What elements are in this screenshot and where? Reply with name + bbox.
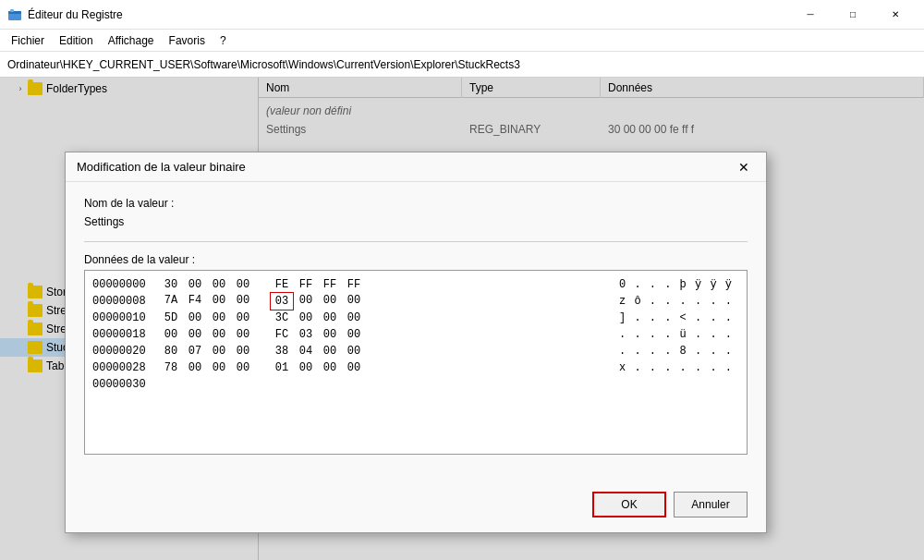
hex-byte[interactable]: 00 [207, 343, 231, 359]
hex-byte[interactable]: 00 [159, 326, 183, 343]
hex-byte[interactable]: 00 [294, 310, 318, 326]
hex-row: 000000087AF40000 03000000 z ô . . . . . … [92, 293, 739, 310]
hex-byte[interactable]: 00 [231, 276, 255, 293]
window-title: Éditeur du Registre [28, 8, 789, 21]
hex-byte[interactable]: FF [342, 276, 366, 293]
hex-byte[interactable]: 00 [318, 343, 342, 359]
hex-byte[interactable]: 00 [342, 359, 366, 376]
hex-byte[interactable]: 00 [183, 326, 207, 343]
menu-edition[interactable]: Edition [52, 30, 101, 51]
hex-address: 00000030 [92, 376, 159, 393]
hex-address: 00000028 [92, 359, 159, 376]
title-bar: Éditeur du Registre ─ □ ✕ [0, 0, 924, 30]
hex-byte[interactable]: 00 [183, 310, 207, 326]
hex-byte[interactable]: 30 [159, 276, 183, 293]
hex-row: 0000001800000000 FC030000 . . . . ü . . … [92, 326, 739, 343]
hex-byte[interactable]: 00 [231, 292, 255, 310]
cancel-button[interactable]: Annuler [674, 492, 748, 517]
hex-byte[interactable]: 07 [183, 343, 207, 359]
close-button[interactable]: ✕ [874, 0, 917, 30]
address-bar: Ordinateur\HKEY_CURRENT_USER\Software\Mi… [0, 52, 924, 78]
ok-button[interactable]: OK [592, 492, 666, 517]
hex-address: 00000020 [92, 343, 159, 359]
hex-byte[interactable]: 03 [270, 292, 294, 310]
hex-byte[interactable]: 00 [342, 326, 366, 343]
svg-rect-2 [10, 9, 14, 12]
hex-separator [255, 326, 270, 343]
hex-byte[interactable]: FF [294, 276, 318, 293]
hex-bytes: 80070000 38040000 [159, 343, 619, 359]
hex-byte[interactable]: 78 [159, 359, 183, 376]
hex-byte[interactable]: 00 [231, 359, 255, 376]
dialog-footer: OK Annuler [66, 484, 766, 532]
hex-byte[interactable]: 00 [231, 343, 255, 359]
hex-bytes: 78000000 01000000 [159, 359, 619, 376]
hex-byte[interactable]: 3C [270, 310, 294, 326]
hex-byte[interactable]: 00 [318, 310, 342, 326]
hex-ascii: 0 . . . þ ÿ ÿ ÿ [619, 276, 739, 293]
hex-byte[interactable]: F4 [183, 292, 207, 310]
main-content: › FolderTypes StorageProvider StreamMRU … [0, 78, 924, 560]
menu-favoris[interactable]: Favoris [162, 30, 213, 51]
hex-byte[interactable]: 03 [294, 326, 318, 343]
hex-separator [255, 310, 270, 326]
hex-byte[interactable]: 01 [270, 359, 294, 376]
dialog-title: Modification de la valeur binaire [77, 160, 733, 174]
hex-ascii: x . . . . . . . [619, 359, 739, 376]
hex-separator [255, 276, 270, 293]
menu-bar: Fichier Edition Affichage Favoris ? [0, 30, 924, 52]
hex-byte[interactable]: 00 [183, 359, 207, 376]
hex-byte[interactable]: 00 [207, 276, 231, 293]
hex-row: 0000002878000000 01000000 x . . . . . . … [92, 359, 739, 376]
data-section-label: Données de la valeur : [84, 253, 748, 266]
hex-separator [255, 343, 270, 359]
hex-separator [255, 359, 270, 376]
hex-byte[interactable]: FE [270, 276, 294, 293]
hex-bytes: 5D000000 3C000000 [159, 310, 619, 326]
hex-byte[interactable]: 00 [294, 292, 318, 310]
hex-byte[interactable]: 00 [294, 359, 318, 376]
hex-byte[interactable]: 00 [207, 359, 231, 376]
hex-byte[interactable]: 00 [231, 326, 255, 343]
hex-byte[interactable]: 80 [159, 343, 183, 359]
minimize-button[interactable]: ─ [789, 0, 832, 30]
hex-bytes: 7AF40000 03000000 [159, 292, 619, 310]
hex-byte[interactable]: 7A [159, 292, 183, 310]
dialog-title-bar: Modification de la valeur binaire ✕ [66, 152, 766, 182]
dialog-body: Nom de la valeur : Settings Données de l… [66, 182, 766, 484]
hex-byte[interactable]: 00 [183, 276, 207, 293]
hex-editor[interactable]: 0000000030000000 FEFFFFFF 0 . . . þ ÿ ÿ … [84, 270, 748, 455]
hex-byte[interactable]: 00 [318, 326, 342, 343]
hex-byte[interactable]: 00 [231, 310, 255, 326]
hex-byte[interactable]: 04 [294, 343, 318, 359]
hex-ascii: . . . . 8 . . . [619, 343, 739, 359]
hex-byte[interactable]: 5D [159, 310, 183, 326]
hex-byte[interactable]: FC [270, 326, 294, 343]
hex-byte[interactable]: 00 [342, 292, 366, 310]
maximize-button[interactable]: □ [832, 0, 874, 30]
hex-byte[interactable]: 00 [318, 292, 342, 310]
hex-bytes: 30000000 FEFFFFFF [159, 276, 619, 293]
menu-aide[interactable]: ? [213, 30, 234, 51]
hex-row: 00000030 [92, 376, 739, 393]
hex-byte[interactable]: 00 [342, 310, 366, 326]
hex-byte[interactable]: 00 [318, 359, 342, 376]
hex-byte[interactable]: 00 [207, 326, 231, 343]
menu-affichage[interactable]: Affichage [101, 30, 162, 51]
hex-byte[interactable]: FF [318, 276, 342, 293]
hex-row: 0000000030000000 FEFFFFFF 0 . . . þ ÿ ÿ … [92, 276, 739, 293]
dialog-close-button[interactable]: ✕ [733, 156, 755, 178]
hex-byte[interactable]: 00 [207, 310, 231, 326]
hex-address: 00000000 [92, 276, 159, 293]
hex-address: 00000010 [92, 310, 159, 326]
hex-address: 00000018 [92, 326, 159, 343]
hex-ascii: ] . . . < . . . [619, 310, 739, 326]
hex-byte[interactable]: 00 [207, 292, 231, 310]
hex-bytes: 00000000 FC030000 [159, 326, 619, 343]
hex-byte[interactable]: 38 [270, 343, 294, 359]
field-name-label: Nom de la valeur : [84, 197, 748, 210]
hex-byte[interactable]: 00 [342, 343, 366, 359]
field-name-value: Settings [84, 213, 748, 230]
address-path: Ordinateur\HKEY_CURRENT_USER\Software\Mi… [7, 58, 520, 71]
menu-fichier[interactable]: Fichier [4, 30, 52, 51]
